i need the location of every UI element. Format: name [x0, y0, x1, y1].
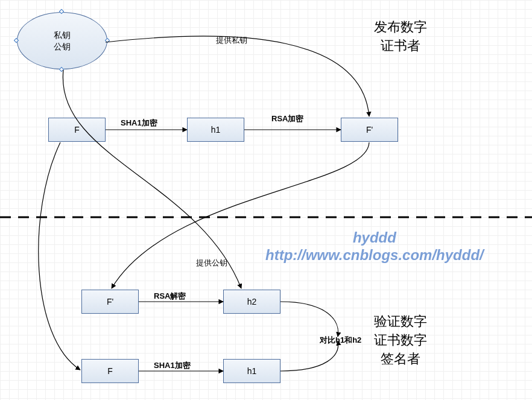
node-F-verifier: F	[81, 359, 139, 383]
title-issuer-l1: 发布数字	[374, 19, 427, 34]
node-label: F	[107, 366, 113, 376]
title-verifier-l3: 签名者	[381, 351, 420, 366]
title-issuer-l2: 证书者	[381, 38, 420, 53]
title-verifier: 验证数字 证书数字 签名者	[374, 313, 427, 368]
node-keys: 私钥 公钥	[17, 12, 107, 69]
arrow-h2-to-compare	[280, 302, 338, 337]
title-verifier-l1: 验证数字	[374, 314, 427, 329]
watermark-l2: http://www.cnblogs.com/hyddd/	[265, 247, 484, 263]
title-issuer: 发布数字 证书者	[374, 18, 427, 56]
edge-label-priv: 提供私钥	[216, 35, 247, 46]
edge-label-pub: 提供公钥	[196, 258, 227, 268]
node-label: h2	[247, 297, 257, 306]
edge-label-rsa-dec: RSA解密	[154, 291, 186, 302]
edge-label-sha1-top: SHA1加密	[121, 118, 157, 129]
edge-label-sha1-bottom: SHA1加密	[154, 360, 191, 371]
keys-line2: 公钥	[54, 41, 71, 52]
node-label: F	[74, 125, 80, 135]
node-Fprime-verifier: F'	[81, 290, 139, 314]
node-label: F'	[107, 297, 113, 306]
arrow-keys-to-h2	[63, 70, 241, 288]
node-h1-verifier: h1	[223, 359, 280, 383]
watermark: hyddd http://www.cnblogs.com/hyddd/	[265, 229, 484, 264]
node-label: F'	[366, 125, 373, 135]
edge-label-rsa-enc: RSA加密	[271, 113, 303, 124]
title-verifier-l2: 证书数字	[374, 332, 427, 348]
arrow-f-down	[39, 142, 80, 370]
diagram-stage: 私钥 公钥 F h1 F' F' h2 F h1 SHA1加密 RSA加密 提供…	[0, 0, 532, 400]
node-F-issuer: F	[48, 118, 106, 142]
node-label: h1	[211, 125, 221, 135]
node-h2-verifier: h2	[223, 290, 280, 314]
node-Fprime-issuer: F'	[341, 118, 398, 142]
watermark-l1: hyddd	[353, 229, 396, 246]
node-h1-issuer: h1	[187, 118, 244, 142]
edge-label-compare: 对比h1和h2	[320, 335, 361, 346]
node-label: h1	[247, 366, 257, 376]
arrow-fprime-down	[112, 142, 369, 288]
keys-line1: 私钥	[54, 30, 71, 40]
arrow-keys-to-fprime	[106, 36, 369, 116]
